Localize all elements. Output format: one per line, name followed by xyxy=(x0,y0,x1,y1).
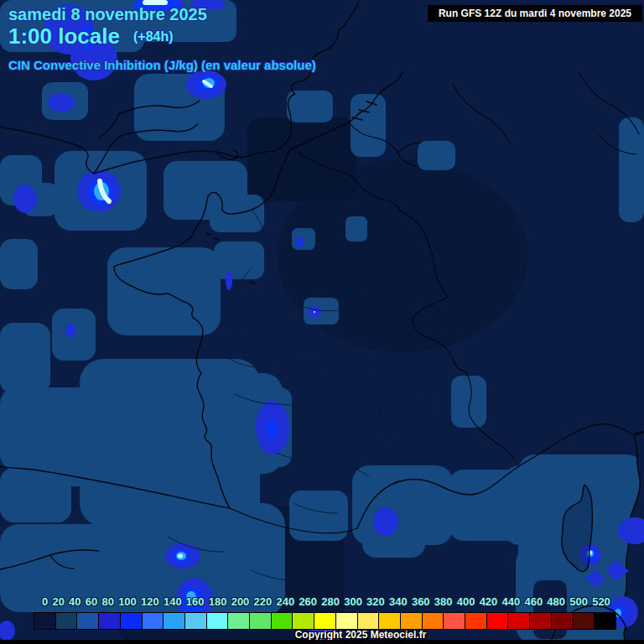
colorbar-label: 60 xyxy=(86,595,97,608)
colorbar-label: 40 xyxy=(69,595,80,608)
colorbar-labels: 0204060801001201401601802002202402602803… xyxy=(42,595,610,608)
colorbar-cell xyxy=(595,613,615,629)
colorbar-cell xyxy=(552,613,574,629)
colorbar-cell xyxy=(314,613,336,629)
forecast-date: samedi 8 novembre 2025 xyxy=(8,5,207,24)
colorbar-label: 280 xyxy=(321,595,340,608)
cin-forecast-map xyxy=(0,0,644,644)
colorbar-cell xyxy=(401,613,423,629)
copyright-notice: Copyright 2025 Meteociel.fr xyxy=(0,629,644,641)
forecast-hour-offset: (+84h) xyxy=(133,29,174,44)
colorbar-label: 400 xyxy=(457,595,475,608)
forecast-local-time: 1:00 locale xyxy=(8,23,120,49)
colorbar-label: 180 xyxy=(209,595,227,608)
colorbar-label: 80 xyxy=(101,595,113,608)
colorbar-cell xyxy=(336,613,358,629)
colorbar-label: 240 xyxy=(276,595,294,608)
colorbar-cell xyxy=(423,613,444,629)
colorbar-label: 160 xyxy=(186,595,205,608)
forecast-time-row: 1:00 locale(+84h) xyxy=(8,23,174,49)
colorbar-cell xyxy=(465,613,487,629)
colorbar-cell xyxy=(185,613,207,629)
colorbar-label: 360 xyxy=(412,595,430,608)
colorbar-cell xyxy=(143,613,164,629)
weather-map-page: samedi 8 novembre 2025 1:00 locale(+84h)… xyxy=(0,0,644,644)
colorbar-cell xyxy=(77,613,99,629)
colorbar-cell xyxy=(164,613,185,629)
colorbar-label: 380 xyxy=(434,595,453,608)
colorbar-label: 420 xyxy=(480,595,498,608)
colorbar-label: 140 xyxy=(164,595,182,608)
model-run-info-text: Run GFS 12Z du mardi 4 novembre 2025 xyxy=(439,8,631,19)
colorbar-label: 0 xyxy=(42,595,48,608)
colorbar-cell xyxy=(358,613,380,629)
colorbar-cells xyxy=(34,612,616,630)
colorbar-label: 520 xyxy=(592,595,610,608)
colorbar-label: 500 xyxy=(569,595,588,608)
colorbar-cell xyxy=(293,613,314,629)
bottom-black-bar xyxy=(0,640,644,644)
colorbar-cell xyxy=(34,613,56,629)
colorbar-label: 320 xyxy=(366,595,385,608)
model-run-info-box: Run GFS 12Z du mardi 4 novembre 2025 xyxy=(428,5,642,22)
colorbar-label: 20 xyxy=(52,595,64,608)
colorbar-cell xyxy=(99,613,121,629)
colorbar-label: 460 xyxy=(524,595,543,608)
colorbar-cell xyxy=(250,613,272,629)
colorbar-cell xyxy=(379,613,401,629)
colorbar-cell xyxy=(121,613,143,629)
colorbar-label: 200 xyxy=(231,595,250,608)
colorbar-cell xyxy=(574,613,595,629)
colorbar-label: 340 xyxy=(389,595,408,608)
colorbar-label: 480 xyxy=(547,595,565,608)
colorbar-cell xyxy=(530,613,552,629)
colorbar-cell xyxy=(508,613,530,629)
colorbar-label: 440 xyxy=(502,595,521,608)
colorbar-cell xyxy=(487,613,509,629)
colorbar-label: 120 xyxy=(141,595,159,608)
colorbar-cell xyxy=(444,613,465,629)
colorbar-cell xyxy=(56,613,78,629)
colorbar-cell xyxy=(228,613,250,629)
colorbar-label: 100 xyxy=(118,595,137,608)
colorbar-label: 260 xyxy=(299,595,317,608)
parameter-title: CIN Convective Inhibition (J/kg) (en val… xyxy=(8,58,316,72)
colorbar-cell xyxy=(272,613,293,629)
colorbar-label: 220 xyxy=(254,595,273,608)
colorbar-label: 300 xyxy=(344,595,362,608)
colorbar-cell xyxy=(207,613,229,629)
